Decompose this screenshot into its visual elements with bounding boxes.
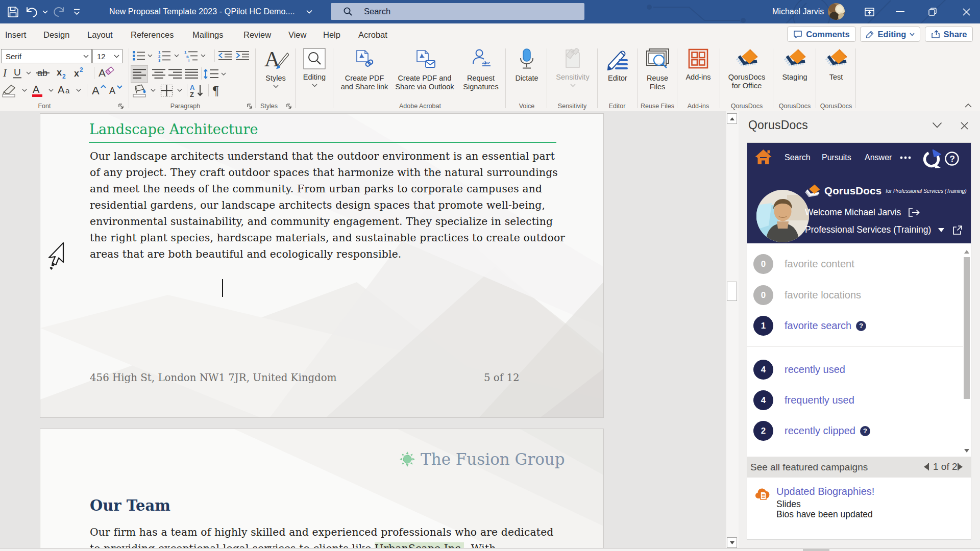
pane-help-icon[interactable]: ?: [944, 151, 960, 166]
bullets-chevron-icon[interactable]: [147, 49, 153, 62]
change-case-chevron-icon[interactable]: [76, 84, 82, 97]
org-external-link-icon[interactable]: [952, 225, 963, 235]
grow-font-button[interactable]: A: [91, 84, 107, 97]
subscript-button[interactable]: x2: [55, 66, 70, 80]
campaign-card[interactable]: Updated Biographies! Slides Bios have be…: [747, 478, 971, 540]
horizontal-scrollbar-thumb[interactable]: [803, 549, 829, 551]
scroll-down-button[interactable]: [727, 537, 737, 548]
font-size-select[interactable]: 12: [92, 49, 122, 63]
campaign-title[interactable]: Updated Biographies!: [776, 486, 874, 497]
borders-chevron-icon[interactable]: [177, 84, 183, 97]
save-button[interactable]: [6, 0, 19, 23]
org-selector[interactable]: Professional Services (Training): [805, 224, 963, 235]
pane-close-button[interactable]: [961, 122, 968, 130]
pane-collapse-chevron[interactable]: [932, 122, 942, 129]
search-input[interactable]: Search: [331, 3, 584, 20]
document-page-6[interactable]: The Fusion Group Our Team Our firm has a…: [40, 429, 604, 548]
editing-button[interactable]: Editing: [298, 48, 331, 87]
bullets-button[interactable]: [132, 49, 146, 62]
justify-button[interactable]: [184, 67, 199, 81]
underline-button[interactable]: U: [11, 66, 23, 80]
align-center-button[interactable]: [151, 67, 166, 81]
create-pdf-share-link-button[interactable]: Create PDF and Share link: [336, 48, 393, 91]
sign-out-icon[interactable]: [908, 207, 920, 218]
increase-indent-button[interactable]: [235, 49, 250, 62]
reuse-files-button[interactable]: Reuse Files: [639, 48, 676, 91]
numbering-button[interactable]: 123: [157, 49, 172, 62]
favorite-content-item[interactable]: 0 favorite content: [753, 254, 854, 274]
tab-help[interactable]: Help: [323, 23, 340, 46]
pane-nav-more-icon[interactable]: [900, 156, 911, 159]
pane-nav-search[interactable]: Search: [785, 150, 811, 165]
undo-button[interactable]: [24, 0, 40, 23]
pane-scrollbar-thumb[interactable]: [964, 257, 970, 399]
campaign-prev-icon[interactable]: [924, 463, 929, 470]
tab-mailings[interactable]: Mailings: [192, 23, 224, 46]
pane-nav-answer[interactable]: Answer: [865, 150, 892, 165]
redo-button[interactable]: [52, 0, 67, 23]
align-left-button[interactable]: [131, 65, 148, 83]
minimize-button[interactable]: [892, 0, 908, 23]
document-page-5[interactable]: Landscape Architecture Our landscape arc…: [40, 113, 604, 418]
change-case-button[interactable]: Aa: [57, 84, 75, 97]
undo-dropdown-chevron[interactable]: [41, 0, 49, 23]
customize-quick-access-button[interactable]: [71, 0, 82, 23]
line-spacing-chevron-icon[interactable]: [220, 67, 227, 81]
editing-mode-button[interactable]: Editing: [860, 27, 920, 42]
addins-button[interactable]: Add-ins: [680, 48, 717, 82]
tab-insert[interactable]: Insert: [5, 23, 26, 46]
tab-review[interactable]: Review: [243, 23, 271, 46]
styles-button[interactable]: A Styles: [258, 48, 293, 88]
recently-clipped-help-badge[interactable]: ?: [860, 426, 870, 436]
restore-button[interactable]: [925, 0, 940, 23]
highlight-chevron-icon[interactable]: [21, 84, 28, 97]
font-color-chevron-icon[interactable]: [48, 84, 54, 97]
clear-formatting-button[interactable]: A: [97, 66, 115, 80]
sensitivity-button[interactable]: Sensitivity: [551, 48, 594, 87]
create-pdf-share-outlook-button[interactable]: Create PDF and Share via Outlook: [393, 48, 456, 91]
strikethrough-button[interactable]: ab: [36, 66, 53, 80]
sort-button[interactable]: A Z: [189, 84, 206, 97]
favorite-search-help-badge[interactable]: ?: [856, 321, 866, 331]
favorite-locations-item[interactable]: 0 favorite locations: [753, 285, 861, 305]
pane-scroll-up-icon[interactable]: [964, 250, 969, 254]
scroll-up-button[interactable]: [727, 113, 737, 124]
shading-button[interactable]: [132, 84, 149, 97]
document-canvas[interactable]: Landscape Architecture Our landscape arc…: [0, 111, 726, 548]
document-scrollbar[interactable]: [726, 111, 739, 548]
recently-used-item[interactable]: 4 recently used: [753, 360, 845, 380]
text-highlight-button[interactable]: [1, 84, 19, 97]
styles-dialog-launcher[interactable]: [286, 103, 292, 110]
multilevel-chevron-icon[interactable]: [200, 49, 206, 62]
home-icon[interactable]: [754, 149, 772, 165]
font-color-button[interactable]: A: [31, 84, 46, 97]
featured-campaigns-bar[interactable]: See all featured campaigns 1 of 2: [747, 457, 971, 478]
line-spacing-button[interactable]: [203, 67, 219, 81]
tab-layout[interactable]: Layout: [87, 23, 113, 46]
frequently-used-item[interactable]: 4 frequently used: [753, 390, 854, 410]
borders-button[interactable]: [159, 84, 175, 97]
campaign-next-icon[interactable]: [958, 463, 963, 470]
account-name[interactable]: Michael Jarvis: [772, 0, 824, 23]
numbering-chevron-icon[interactable]: [174, 49, 180, 62]
tab-acrobat[interactable]: Acrobat: [358, 23, 387, 46]
align-right-button[interactable]: [167, 67, 183, 81]
account-avatar[interactable]: [828, 3, 845, 20]
qpilot-logo[interactable]: [921, 148, 942, 169]
tab-design[interactable]: Design: [43, 23, 69, 46]
request-signatures-button[interactable]: Request Signatures: [456, 48, 505, 91]
tab-view[interactable]: View: [288, 23, 306, 46]
qorusdocs-for-office-button[interactable]: QorusDocs for Office: [723, 48, 771, 90]
superscript-button[interactable]: x2: [72, 66, 88, 80]
user-avatar[interactable]: [756, 190, 809, 242]
scrollbar-thumb[interactable]: [727, 282, 737, 301]
comments-button[interactable]: Comments: [787, 27, 856, 42]
font-name-select[interactable]: Serif: [1, 49, 92, 63]
font-dialog-launcher[interactable]: [118, 103, 125, 110]
pane-scroll-down-icon[interactable]: [964, 449, 969, 453]
show-formatting-button[interactable]: ¶: [210, 84, 226, 97]
pane-nav-pursuits[interactable]: Pursuits: [822, 150, 851, 165]
underline-chevron-icon[interactable]: [26, 66, 32, 80]
decrease-indent-button[interactable]: [217, 49, 233, 62]
dictate-button[interactable]: Dictate: [508, 48, 545, 83]
